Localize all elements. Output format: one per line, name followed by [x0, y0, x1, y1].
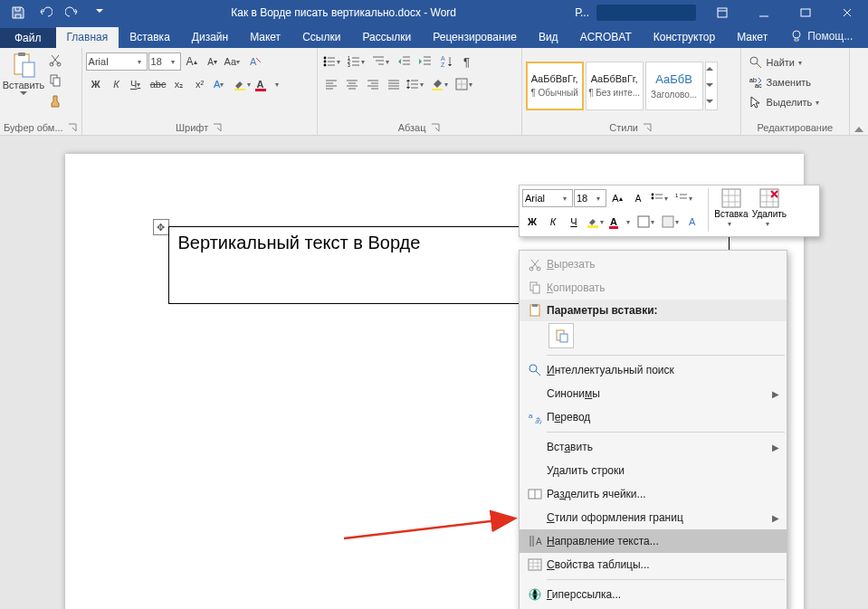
- tab-acrobat[interactable]: ACROBAT: [569, 27, 643, 48]
- ctx-delete-rows[interactable]: Удалить строки: [520, 459, 787, 482]
- justify-button[interactable]: [384, 74, 404, 94]
- subscript-button[interactable]: x₂: [169, 74, 189, 94]
- mini-font-color[interactable]: A▾: [609, 212, 634, 232]
- font-name-combo[interactable]: Arial▾: [86, 52, 148, 71]
- tab-review[interactable]: Рецензирование: [422, 27, 528, 48]
- grow-font-button[interactable]: A▴: [182, 52, 202, 71]
- tab-table-layout[interactable]: Макет: [726, 27, 778, 48]
- select-button[interactable]: Выделить▾: [747, 93, 825, 111]
- bullets-button[interactable]: ▾: [321, 52, 345, 71]
- mini-delete-table[interactable]: Удалить ▾: [750, 188, 788, 233]
- mini-bullets[interactable]: ▾: [649, 188, 672, 208]
- tell-me-label: Помощ...: [807, 30, 853, 43]
- dialog-launcher-icon[interactable]: [430, 122, 441, 133]
- tab-design[interactable]: Дизайн: [181, 27, 239, 48]
- paintbrush-icon: [48, 94, 62, 109]
- mini-shading[interactable]: ▾: [660, 212, 683, 232]
- table-move-handle[interactable]: ✥: [153, 219, 169, 235]
- ctx-translate[interactable]: aあПеревод: [520, 405, 787, 429]
- ctx-text-direction[interactable]: AНаправление текста...: [520, 529, 787, 553]
- close-button[interactable]: [826, 0, 868, 25]
- dialog-launcher-icon[interactable]: [67, 122, 78, 133]
- ribbon-options-button[interactable]: [701, 0, 743, 25]
- font-color-button[interactable]: A▾: [256, 74, 283, 94]
- tab-view[interactable]: Вид: [528, 27, 569, 48]
- tab-mailings[interactable]: Рассылки: [351, 27, 422, 48]
- minimize-button[interactable]: [743, 0, 785, 25]
- clear-formatting-button[interactable]: A: [245, 52, 265, 71]
- borders-button[interactable]: ▾: [453, 74, 477, 94]
- bold-button[interactable]: Ж: [86, 74, 106, 94]
- tab-home[interactable]: Главная: [56, 27, 119, 48]
- mini-bold[interactable]: Ж: [522, 212, 542, 232]
- styles-gallery-more[interactable]: [705, 62, 718, 110]
- mini-styles[interactable]: A: [684, 212, 704, 232]
- italic-button[interactable]: К: [107, 74, 127, 94]
- ctx-synonyms[interactable]: Синонимы▶: [520, 382, 787, 405]
- mini-highlight[interactable]: ▾: [585, 212, 608, 232]
- mini-italic[interactable]: К: [543, 212, 563, 232]
- tab-table-design[interactable]: Конструктор: [643, 27, 726, 48]
- ctx-hyperlink[interactable]: Гиперссылка...: [520, 583, 787, 606]
- style-normal[interactable]: АаБбВвГг, ¶ Обычный: [526, 62, 584, 110]
- collapse-ribbon-button[interactable]: [850, 48, 868, 135]
- ctx-border-styles[interactable]: Стили оформления границ▶: [520, 506, 787, 529]
- ctx-copy[interactable]: Копировать: [520, 276, 787, 300]
- shrink-font-button[interactable]: A▾: [203, 52, 223, 71]
- show-marks-button[interactable]: ¶: [457, 52, 477, 71]
- decrease-indent-button[interactable]: [395, 52, 415, 71]
- format-painter-button[interactable]: [45, 91, 65, 111]
- tab-insert[interactable]: Вставка: [119, 27, 181, 48]
- tell-me[interactable]: Помощ...: [778, 25, 863, 48]
- account-area[interactable]: Р...: [569, 5, 701, 21]
- mini-underline[interactable]: Ч: [564, 212, 584, 232]
- maximize-button[interactable]: [785, 0, 826, 25]
- ctx-cut[interactable]: Вырезать: [520, 252, 787, 276]
- text-effects-button[interactable]: A▾: [211, 74, 231, 94]
- change-case-button[interactable]: Aa▾: [224, 52, 244, 71]
- increase-indent-button[interactable]: [415, 52, 435, 71]
- dialog-launcher-icon[interactable]: [642, 122, 653, 133]
- mini-font-size[interactable]: 18▾: [574, 189, 606, 207]
- ctx-insert[interactable]: Вставить▶: [520, 435, 787, 459]
- find-button[interactable]: Найти▾: [747, 53, 807, 71]
- qat-customize-button[interactable]: [87, 0, 112, 25]
- mini-numbering[interactable]: 1▾: [673, 188, 697, 208]
- style-no-spacing[interactable]: АаБбВвГг, ¶ Без инте...: [586, 62, 644, 110]
- ctx-table-props[interactable]: Свойства таблицы...: [520, 553, 787, 576]
- cut-button[interactable]: [45, 50, 65, 70]
- mini-font-name[interactable]: Arial▾: [522, 189, 573, 207]
- paste-keep-source[interactable]: [548, 323, 574, 348]
- numbering-button[interactable]: 123▾: [346, 52, 369, 71]
- mini-insert-table[interactable]: Вставка ▾: [712, 188, 750, 233]
- tab-layout[interactable]: Макет: [239, 27, 291, 48]
- sort-button[interactable]: AZ: [436, 52, 456, 71]
- replace-button[interactable]: abacЗаменить: [747, 73, 813, 91]
- copy-button[interactable]: [45, 71, 65, 90]
- line-spacing-button[interactable]: ▾: [405, 74, 428, 94]
- style-heading1[interactable]: АаБбВ Заголово...: [645, 62, 703, 110]
- undo-button[interactable]: [33, 0, 58, 25]
- mini-borders[interactable]: ▾: [635, 212, 659, 232]
- tab-file[interactable]: Файл: [0, 28, 56, 48]
- paste-button[interactable]: Вставить: [4, 50, 43, 95]
- multilevel-button[interactable]: ▾: [370, 52, 394, 71]
- redo-button[interactable]: [60, 0, 85, 25]
- superscript-button[interactable]: x²: [190, 74, 210, 94]
- tab-references[interactable]: Ссылки: [291, 27, 351, 48]
- underline-button[interactable]: Ч▾: [128, 74, 148, 94]
- shading-button[interactable]: ▾: [429, 74, 453, 94]
- align-left-button[interactable]: [321, 74, 341, 94]
- font-size-combo[interactable]: 18▾: [148, 52, 181, 71]
- strikethrough-button[interactable]: abc: [148, 74, 168, 94]
- highlight-button[interactable]: ▾: [232, 74, 255, 94]
- mini-grow-font[interactable]: A▴: [607, 188, 627, 208]
- align-center-button[interactable]: [342, 74, 362, 94]
- svg-point-14: [323, 57, 326, 60]
- save-button[interactable]: [5, 0, 31, 25]
- dialog-launcher-icon[interactable]: [212, 122, 223, 133]
- mini-shrink-font[interactable]: A: [628, 188, 648, 208]
- align-right-button[interactable]: [363, 74, 383, 94]
- ctx-smart-lookup[interactable]: Интеллектуальный поиск: [520, 358, 787, 382]
- ctx-split-cells[interactable]: Разделить ячейки...: [520, 482, 787, 506]
